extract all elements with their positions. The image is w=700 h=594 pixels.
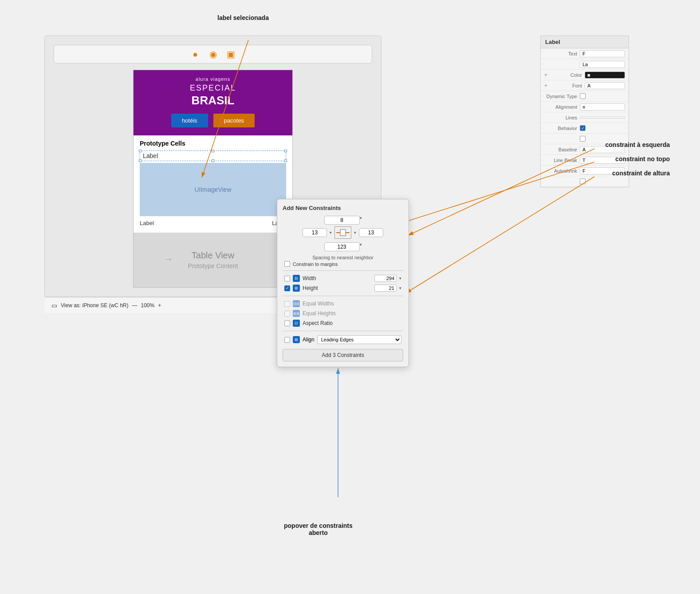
dropdown-arrow-bottom[interactable]: ▾ <box>360 242 362 251</box>
toolbar-icon-2[interactable]: ◉ <box>208 49 218 59</box>
selected-label-row[interactable]: Label <box>140 150 286 161</box>
inspector-value-text2[interactable]: La <box>580 61 625 68</box>
constraint-height-check[interactable]: ✓ <box>284 285 290 291</box>
inspector-row-text: Text F <box>541 48 629 59</box>
corner-handle-bm <box>212 159 214 162</box>
annotation-popover-line2: aberto <box>284 529 353 536</box>
table-view-section: Table View Prototype Content <box>134 233 292 287</box>
header-title-brasil: BRASIL <box>138 94 288 107</box>
constraint-aspectratio-row: ⊡ Aspect Ratio <box>283 318 403 328</box>
toolbar-icon-1[interactable]: ● <box>190 49 201 59</box>
inspector-label-behavior: Behavior <box>544 126 580 131</box>
align-check[interactable] <box>284 337 290 343</box>
selected-label-text: Label <box>143 152 158 159</box>
inspector-row-dynamic: Dynamic Type <box>541 91 629 102</box>
constraint-equalheights-check[interactable] <box>284 311 290 317</box>
bottom-bar-device-icon: ▭ <box>51 302 57 309</box>
spacing-bottom: ▾ <box>324 242 362 251</box>
constraint-width-label: Width <box>303 275 372 281</box>
image-view-box: UIImageView <box>140 163 286 216</box>
inspector-check-behavior[interactable]: ✓ <box>580 125 586 131</box>
inspector-value-color[interactable]: ■ <box>585 71 625 79</box>
annotation-popover-line1: popover de constraints <box>284 522 353 529</box>
center-constraint-icon <box>334 226 351 239</box>
popover-title: Add New Constraints <box>283 205 403 211</box>
spacing-middle-row: ▾ ▾ <box>303 226 383 239</box>
constraint-equalheights-icon: ⊞⊞ <box>293 310 300 317</box>
inspector-label-color: Color <box>549 72 585 78</box>
arrow-indicator: → <box>164 253 173 265</box>
inspector-label-linebreak: Line Break <box>544 158 580 163</box>
corner-handle-tr <box>284 150 287 152</box>
constraint-width-icon: ⊟ <box>293 275 300 282</box>
constraint-width-value[interactable] <box>374 275 397 282</box>
inspector-row-text2: La <box>541 59 629 70</box>
pacotes-button[interactable]: pacotes <box>213 114 255 127</box>
constraint-equalwidths-icon: ⊟⊟ <box>293 300 300 307</box>
inspector-label-baseline: Baseline <box>544 147 580 152</box>
constraint-equalheights-label: Equal Heights <box>303 310 401 317</box>
label-footer-row: Label Label <box>140 218 286 228</box>
corner-handle-tm <box>212 150 214 152</box>
inspector-plus-color[interactable]: + <box>544 72 547 78</box>
inspector-plus-font[interactable]: + <box>544 83 547 89</box>
corner-handle-bl <box>139 159 142 162</box>
inspector-label-alignment: Alignment <box>544 104 580 110</box>
table-view-subtitle: Prototype Content <box>138 262 288 269</box>
corner-handle-br <box>284 159 287 162</box>
constraint-aspectratio-label: Aspect Ratio <box>303 320 401 326</box>
prototype-cells-title: Prototype Cells <box>140 140 286 147</box>
constraint-width-check[interactable] <box>284 276 290 281</box>
inspector-check-dynamic[interactable] <box>580 93 586 99</box>
spacing-note: Spacing to nearest neighbor <box>283 255 403 260</box>
inspector-title: Label <box>541 36 629 48</box>
inspector-value-text[interactable]: F <box>580 50 625 57</box>
inspector-label-font: Font <box>549 83 585 88</box>
inspector-value-font[interactable]: A <box>585 82 625 89</box>
dropdown-arrow-left[interactable]: ▾ <box>330 230 332 235</box>
inspector-panel: Label Text F La + Color ■ + Font A Dynam… <box>540 36 629 187</box>
constrain-margins-row: Constrain to margins <box>283 261 403 267</box>
inspector-row-empty2 <box>541 176 629 187</box>
constraint-aspectratio-check[interactable] <box>284 321 290 326</box>
constrain-margins-label: Constrain to margins <box>293 261 338 267</box>
toolbar-icon-3[interactable]: ▣ <box>225 49 236 59</box>
divider-1 <box>283 270 403 271</box>
constraint-aspectratio-icon: ⊡ <box>293 320 300 327</box>
spacing-top: ▾ <box>324 216 362 225</box>
constraint-height-label: Height <box>303 285 372 291</box>
inspector-value-alignment[interactable]: ≡ <box>580 103 625 111</box>
hotel-button[interactable]: hotéis <box>171 114 208 127</box>
constraint-width-arrow[interactable]: ▾ <box>399 276 401 281</box>
spacing-bottom-input[interactable] <box>324 242 360 251</box>
dropdown-arrow-top[interactable]: ▾ <box>360 216 362 225</box>
inspector-label-dynamic: Dynamic Type <box>544 94 580 99</box>
inspector-check-empty2[interactable] <box>580 178 586 184</box>
inspector-row-font: + Font A <box>541 80 629 91</box>
constraint-height-value[interactable] <box>374 285 397 292</box>
constraint-equalwidths-row: ⊟⊟ Equal Widths <box>283 299 403 309</box>
constraint-height-arrow[interactable]: ▾ <box>399 286 401 290</box>
inspector-row-alignment: Alignment ≡ <box>541 102 629 112</box>
table-view-title: Table View <box>138 250 288 261</box>
annotation-constraint-esquerda: constraint à esquerda <box>606 141 670 148</box>
bottom-bar-plus[interactable]: + <box>158 302 161 309</box>
constrain-margins-check[interactable] <box>284 261 290 267</box>
inspector-label-text: Text <box>544 51 580 56</box>
inspector-value-lines[interactable] <box>580 117 625 119</box>
divider-3 <box>283 331 403 331</box>
corner-handle-tl <box>139 150 142 152</box>
spacing-right-input[interactable] <box>359 228 383 237</box>
constraint-height-icon: ⊞ <box>293 285 300 292</box>
spacing-top-input[interactable] <box>324 216 360 225</box>
dropdown-arrow-right[interactable]: ▾ <box>354 230 356 235</box>
align-dropdown[interactable]: Leading Edges Trailing Edges Top Edges B… <box>317 335 401 344</box>
spacing-left-input[interactable] <box>303 228 327 237</box>
inspector-row-behavior: Behavior ✓ <box>541 123 629 134</box>
align-icon: ⊞ <box>293 336 300 343</box>
header-subtitle: alura viagens <box>138 76 288 82</box>
prototype-cells-section: Prototype Cells Label UIImageView Label … <box>134 135 292 233</box>
constraint-equalwidths-check[interactable] <box>284 301 290 307</box>
inspector-check-empty1[interactable] <box>580 136 586 142</box>
add-constraints-button[interactable]: Add 3 Constraints <box>283 349 403 361</box>
